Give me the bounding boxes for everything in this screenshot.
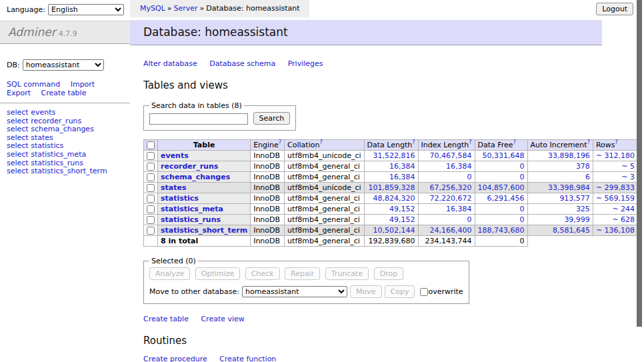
data-free-value[interactable]: 0 bbox=[520, 162, 525, 171]
search-input[interactable] bbox=[149, 113, 248, 125]
row-checkbox[interactable] bbox=[147, 163, 155, 171]
index-length-value[interactable]: 24,166,400 bbox=[430, 226, 472, 235]
row-checkbox[interactable] bbox=[147, 173, 155, 181]
index-length-value[interactable]: 67,256,320 bbox=[430, 183, 472, 192]
table-link[interactable]: states bbox=[161, 183, 187, 192]
data-free-value[interactable]: 0 bbox=[520, 215, 525, 224]
data-free-value[interactable]: 6,291,456 bbox=[487, 194, 525, 203]
auto-increment-value[interactable]: 33,898,196 bbox=[548, 151, 590, 160]
sidebar-item-select-statistics-short-term[interactable]: select statistics_short_term bbox=[7, 167, 130, 176]
index-length-value[interactable]: 16,384 bbox=[446, 162, 472, 171]
privileges-link[interactable]: Privileges bbox=[288, 59, 323, 68]
table-link[interactable]: statistics_runs bbox=[161, 215, 221, 224]
breadcrumb-server-link[interactable]: Server bbox=[174, 4, 198, 13]
data-length-value[interactable]: 16,384 bbox=[389, 173, 415, 181]
auto-increment-value[interactable]: 913,577 bbox=[559, 194, 590, 203]
create-procedure-link[interactable]: Create procedure bbox=[143, 355, 207, 362]
data-free-value[interactable]: 0 bbox=[520, 173, 525, 181]
row-checkbox[interactable] bbox=[147, 216, 155, 224]
index-length-value[interactable]: 0 bbox=[467, 173, 472, 181]
create-table-link[interactable]: Create table bbox=[143, 315, 189, 323]
optimize-button[interactable]: Optimize bbox=[195, 267, 240, 280]
data-length-value[interactable]: 49,152 bbox=[389, 215, 415, 224]
row-checkbox[interactable] bbox=[147, 152, 155, 160]
data-free-help-link[interactable]: ? bbox=[513, 139, 516, 145]
data-free-value[interactable]: 104,857,600 bbox=[478, 183, 525, 192]
data-free-value[interactable]: 0 bbox=[520, 205, 525, 213]
table-link[interactable]: statistics_meta bbox=[161, 205, 223, 213]
row-checkbox[interactable] bbox=[147, 227, 155, 235]
scrollbar-thumb[interactable] bbox=[637, 0, 642, 327]
rows-value[interactable]: ~ 628 bbox=[612, 215, 635, 224]
breadcrumb-mysql-link[interactable]: MySQL bbox=[140, 4, 165, 13]
auto-increment-value[interactable]: 325 bbox=[576, 205, 590, 213]
row-checkbox[interactable] bbox=[147, 184, 155, 192]
table-link[interactable]: statistics bbox=[161, 194, 199, 203]
rows-help-link[interactable]: ? bbox=[615, 139, 617, 145]
index-length-value[interactable]: 0 bbox=[467, 215, 472, 224]
data-length-value[interactable]: 31,522,816 bbox=[373, 151, 415, 160]
drop-button[interactable]: Drop bbox=[374, 267, 403, 280]
truncate-button[interactable]: Truncate bbox=[325, 267, 369, 280]
sidebar-item-select-statistics-meta[interactable]: select statistics_meta bbox=[7, 151, 130, 159]
auto-increment-value[interactable]: 8,581,645 bbox=[553, 226, 590, 235]
scrollbar-track[interactable] bbox=[637, 0, 644, 362]
create-function-link[interactable]: Create function bbox=[219, 355, 276, 362]
database-schema-link[interactable]: Database schema bbox=[209, 59, 275, 68]
logout-button[interactable]: Logout bbox=[596, 3, 633, 15]
data-length-value[interactable]: 16,384 bbox=[389, 162, 415, 171]
rows-value[interactable]: ~ 5 bbox=[621, 162, 635, 171]
copy-button[interactable]: Copy bbox=[385, 285, 415, 298]
data-length-value[interactable]: 101,859,328 bbox=[369, 183, 415, 192]
data-length-value[interactable]: 48,824,320 bbox=[373, 194, 415, 203]
rows-value[interactable]: ~ 312,180 bbox=[596, 151, 635, 160]
overwrite-checkbox[interactable] bbox=[420, 288, 428, 296]
index-length-value[interactable]: 72,220,672 bbox=[430, 194, 472, 203]
language-select[interactable]: English bbox=[48, 4, 124, 15]
rows-value[interactable]: ~ 299,833 bbox=[596, 183, 635, 192]
index-length-help-link[interactable]: ? bbox=[469, 139, 471, 145]
auto-increment-value[interactable]: 6 bbox=[585, 173, 590, 181]
data-free-value[interactable]: 50,331,648 bbox=[483, 151, 525, 160]
index-length-value[interactable]: 70,467,584 bbox=[430, 151, 472, 160]
move-button[interactable]: Move bbox=[350, 285, 382, 298]
rows-value[interactable]: ~ 136,108 bbox=[596, 226, 635, 235]
search-button[interactable]: Search bbox=[253, 112, 291, 125]
rows-value[interactable]: ~ 569,159 bbox=[596, 194, 635, 203]
data-length-value[interactable]: 10,502,144 bbox=[373, 226, 415, 235]
row-checkbox[interactable] bbox=[147, 205, 155, 213]
rows-value[interactable]: ~ 3 bbox=[621, 173, 635, 181]
engine-help-link[interactable]: ? bbox=[279, 139, 281, 145]
data-length-help-link[interactable]: ? bbox=[412, 139, 415, 145]
selected-buttons: Analyze Optimize Check Repair Truncate D… bbox=[149, 267, 463, 280]
rows-value[interactable]: ~ 244 bbox=[612, 205, 635, 213]
auto-increment-value[interactable]: 39,999 bbox=[564, 215, 590, 224]
create-view-link[interactable]: Create view bbox=[201, 315, 244, 323]
sidebar-item-select-schema-changes[interactable]: select schema_changes bbox=[7, 125, 130, 134]
create-table-link-sidebar[interactable]: Create table bbox=[41, 89, 87, 97]
collation-help-link[interactable]: ? bbox=[319, 139, 322, 145]
data-free-value[interactable]: 188,743,680 bbox=[478, 226, 525, 235]
auto-increment-value[interactable]: 378 bbox=[576, 162, 590, 171]
check-button[interactable]: Check bbox=[245, 267, 280, 280]
auto-increment-value[interactable]: 33,398,984 bbox=[548, 183, 590, 192]
db-select[interactable]: homeassistant bbox=[23, 59, 104, 71]
table-link[interactable]: statistics_short_term bbox=[161, 226, 247, 235]
move-database-select[interactable]: homeassistant bbox=[242, 286, 347, 297]
auto-increment-help-link[interactable]: ? bbox=[587, 139, 590, 145]
sql-command-link[interactable]: SQL command bbox=[7, 80, 60, 89]
select-all-checkbox[interactable] bbox=[147, 141, 155, 149]
table-link[interactable]: schema_changes bbox=[161, 173, 230, 181]
alter-database-link[interactable]: Alter database bbox=[143, 59, 197, 68]
index-length-value[interactable]: 16,384 bbox=[446, 205, 472, 213]
import-link[interactable]: Import bbox=[71, 80, 95, 89]
column-header-data-length: Data Length? bbox=[364, 140, 418, 151]
row-checkbox[interactable] bbox=[147, 195, 155, 203]
sidebar-item-select-events[interactable]: select events bbox=[7, 109, 130, 117]
table-link[interactable]: events bbox=[161, 151, 189, 160]
table-link[interactable]: recorder_runs bbox=[161, 162, 218, 171]
data-length-value[interactable]: 49,152 bbox=[389, 205, 415, 213]
analyze-button[interactable]: Analyze bbox=[149, 267, 190, 280]
repair-button[interactable]: Repair bbox=[285, 267, 320, 280]
export-link[interactable]: Export bbox=[7, 89, 31, 97]
